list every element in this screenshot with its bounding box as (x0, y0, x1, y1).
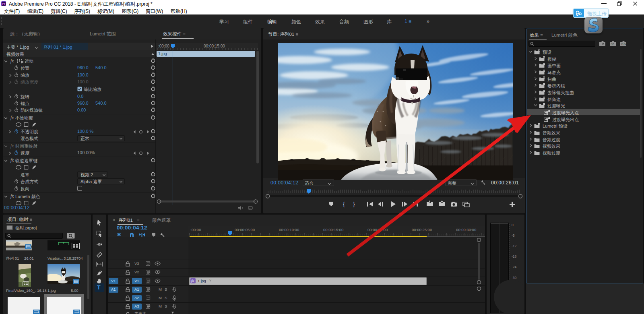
svg-text:YUV: YUV (621, 43, 627, 45)
svg-text:}: } (353, 201, 355, 207)
svg-text:{: { (343, 201, 345, 207)
svg-text:32: 32 (611, 43, 614, 45)
